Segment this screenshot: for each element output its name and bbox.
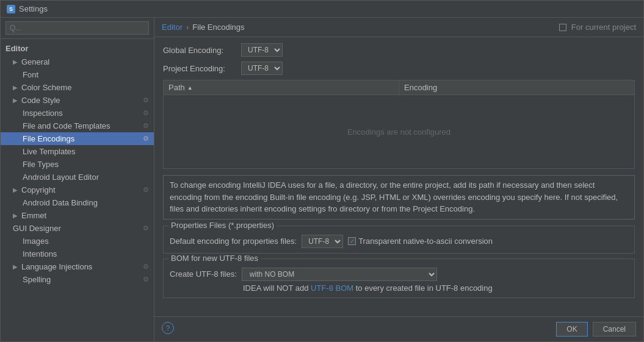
sidebar-item-images[interactable]: Images bbox=[1, 235, 154, 248]
project-encoding-row: Project Encoding: UTF-8 bbox=[163, 62, 635, 75]
col-encoding-label: Encoding bbox=[404, 83, 437, 92]
settings-icon-small: ⚙ bbox=[143, 186, 149, 194]
sidebar-item-label: File Types bbox=[23, 160, 149, 169]
arrow-icon: ▶ bbox=[13, 212, 18, 219]
transparent-checkbox[interactable] bbox=[348, 237, 356, 245]
properties-group-legend: Properties Files (*.properties) bbox=[168, 221, 277, 230]
transparent-label: Transparent native-to-ascii conversion bbox=[358, 237, 493, 246]
sidebar-item-label: Language Injections bbox=[21, 262, 140, 271]
table-body: Encodings are not configured bbox=[164, 95, 634, 168]
bom-create-select[interactable]: with NO BOM bbox=[242, 268, 437, 281]
sidebar-item-label: Emmet bbox=[21, 211, 149, 220]
default-encoding-select[interactable]: UTF-8 bbox=[302, 235, 343, 248]
settings-area: Global Encoding: UTF-8 Project Encoding:… bbox=[154, 37, 643, 316]
breadcrumb: Editor › File Encodings For current proj… bbox=[154, 18, 643, 37]
sidebar-item-label: Android Layout Editor bbox=[23, 173, 149, 182]
settings-icon-small: ⚙ bbox=[143, 224, 149, 232]
for-project-wrap: For current project bbox=[559, 23, 636, 32]
global-encoding-select[interactable]: UTF-8 bbox=[241, 43, 283, 57]
cancel-button[interactable]: Cancel bbox=[593, 322, 636, 337]
sidebar-item-label: Copyright bbox=[21, 185, 140, 194]
bom-info-text2: to every created file in UTF-8 encoding bbox=[353, 283, 493, 293]
sidebar-item-label: File Encodings bbox=[23, 134, 140, 143]
bom-create-label: Create UTF-8 files: bbox=[170, 269, 237, 279]
breadcrumb-parent[interactable]: Editor bbox=[162, 23, 183, 32]
sidebar-item-language-injections[interactable]: ▶ Language Injections ⚙ bbox=[1, 260, 154, 273]
bom-group-legend: BOM for new UTF-8 files bbox=[168, 254, 261, 263]
settings-icon-small: ⚙ bbox=[143, 135, 149, 143]
info-text: To change encoding IntelliJ IDEA uses fo… bbox=[170, 180, 618, 213]
settings-icon-small: ⚙ bbox=[143, 276, 149, 283]
sidebar-item-label: File and Code Templates bbox=[23, 121, 140, 130]
settings-dialog: S Settings Editor ▶ General Font ▶ bbox=[0, 0, 644, 342]
project-encoding-label: Project Encoding: bbox=[163, 64, 236, 73]
transparent-wrap: Transparent native-to-ascii conversion bbox=[348, 237, 493, 246]
encoding-table: Path ▲ Encoding Encodings are not config… bbox=[163, 80, 635, 169]
sidebar-item-label: Font bbox=[23, 70, 149, 79]
sidebar-item-file-and-code-templates[interactable]: File and Code Templates ⚙ bbox=[1, 119, 154, 132]
project-encoding-select[interactable]: UTF-8 bbox=[241, 62, 283, 75]
bom-group-title: BOM for new UTF-8 files bbox=[171, 254, 258, 263]
search-input[interactable] bbox=[5, 21, 149, 35]
sidebar-item-label: Android Data Binding bbox=[23, 198, 149, 207]
arrow-icon: ▶ bbox=[13, 187, 18, 193]
sidebar-item-font[interactable]: Font bbox=[1, 68, 154, 81]
sidebar-item-general[interactable]: ▶ General bbox=[1, 55, 154, 68]
settings-icon-small: ⚙ bbox=[143, 109, 149, 117]
ok-button[interactable]: OK bbox=[556, 322, 587, 337]
sidebar-item-label: General bbox=[21, 57, 149, 66]
search-box bbox=[1, 18, 154, 39]
sidebar-item-inspections[interactable]: Inspections ⚙ bbox=[1, 107, 154, 119]
sidebar-item-color-scheme[interactable]: ▶ Color Scheme bbox=[1, 81, 154, 94]
sidebar-item-label: Live Templates bbox=[23, 147, 149, 156]
main-content: Editor › File Encodings For current proj… bbox=[154, 18, 643, 341]
sidebar-item-file-types[interactable]: File Types bbox=[1, 158, 154, 171]
editor-section: Editor bbox=[1, 41, 154, 55]
col-path-label: Path bbox=[168, 83, 185, 92]
bom-row: Create UTF-8 files: with NO BOM bbox=[170, 268, 628, 281]
sidebar-item-spelling[interactable]: Spelling ⚙ bbox=[1, 273, 154, 286]
sidebar-item-label: Color Scheme bbox=[21, 83, 149, 92]
default-encoding-label: Default encoding for properties files: bbox=[170, 237, 297, 246]
global-encoding-row: Global Encoding: UTF-8 bbox=[163, 43, 635, 57]
global-encoding-label: Global Encoding: bbox=[163, 46, 236, 55]
settings-icon-small: ⚙ bbox=[143, 96, 149, 104]
sidebar-tree: Editor ▶ General Font ▶ Color Scheme ▶ C… bbox=[1, 39, 154, 341]
col-encoding: Encoding bbox=[399, 80, 634, 94]
sidebar-item-label: Spelling bbox=[23, 275, 140, 284]
sidebar-item-intentions[interactable]: Intentions bbox=[1, 248, 154, 260]
sort-arrow-icon: ▲ bbox=[187, 85, 193, 91]
bom-group: BOM for new UTF-8 files Create UTF-8 fil… bbox=[163, 258, 635, 298]
title-bar: S Settings bbox=[1, 1, 643, 18]
breadcrumb-sep: › bbox=[186, 23, 189, 32]
title-label: Settings bbox=[19, 4, 48, 13]
prop-row: Default encoding for properties files: U… bbox=[170, 235, 628, 248]
bom-info-link[interactable]: UTF-8 BOM bbox=[311, 283, 353, 293]
sidebar-item-file-encodings[interactable]: File Encodings ⚙ bbox=[1, 132, 154, 145]
settings-icon: S bbox=[7, 5, 15, 13]
sidebar-item-android-layout-editor[interactable]: Android Layout Editor bbox=[1, 171, 154, 183]
arrow-icon: ▶ bbox=[13, 84, 18, 91]
sidebar-item-copyright[interactable]: ▶ Copyright ⚙ bbox=[1, 183, 154, 196]
empty-message: Encodings are not configured bbox=[347, 127, 450, 137]
for-project-checkbox[interactable] bbox=[559, 24, 566, 31]
help-button[interactable]: ? bbox=[162, 322, 174, 334]
sidebar-item-label: Images bbox=[23, 237, 149, 246]
settings-icon-small: ⚙ bbox=[143, 122, 149, 130]
editor-label: Editor bbox=[5, 44, 29, 53]
sidebar: Editor ▶ General Font ▶ Color Scheme ▶ C… bbox=[1, 18, 154, 341]
sidebar-item-android-data-binding[interactable]: Android Data Binding bbox=[1, 196, 154, 209]
dialog-body: Editor ▶ General Font ▶ Color Scheme ▶ C… bbox=[1, 18, 643, 341]
sidebar-item-emmet[interactable]: ▶ Emmet bbox=[1, 209, 154, 222]
sidebar-item-label: Inspections bbox=[23, 109, 140, 118]
arrow-icon: ▶ bbox=[13, 59, 18, 65]
arrow-icon: ▶ bbox=[13, 97, 18, 104]
bom-info-text1: IDEA will NOT add bbox=[243, 283, 311, 293]
sidebar-item-code-style[interactable]: ▶ Code Style ⚙ bbox=[1, 94, 154, 107]
sidebar-item-live-templates[interactable]: Live Templates bbox=[1, 145, 154, 158]
sidebar-item-label: Code Style bbox=[21, 96, 140, 105]
sidebar-item-gui-designer[interactable]: GUI Designer ⚙ bbox=[1, 222, 154, 235]
for-project-label: For current project bbox=[571, 23, 636, 32]
dialog-footer: ? OK Cancel bbox=[154, 316, 643, 341]
settings-icon-small: ⚙ bbox=[143, 263, 149, 271]
